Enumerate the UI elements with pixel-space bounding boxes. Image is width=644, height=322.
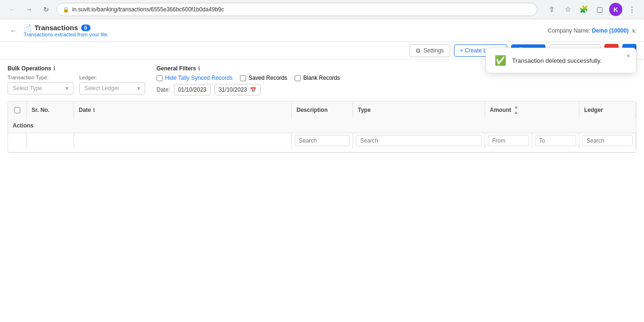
transactions-badge: 0 [81,25,91,31]
top-right-area: Company Name: Demo (10000) k: [548,27,636,34]
main-content: Bulk Operations ℹ Transaction Type: Sele… [0,59,644,159]
search-cell-actions [8,148,27,152]
bulk-operations-label: Bulk Operations ℹ [8,65,145,72]
th-checkbox [8,102,27,119]
transaction-type-field: Transaction Type: Select Type ▾ [8,75,74,94]
menu-icon[interactable]: ⋮ [625,3,638,16]
page-title-area: 📄 Transactions 0 Transactions extracted … [24,24,109,37]
transaction-type-select[interactable]: Select Type ▾ [8,82,74,94]
general-filters-info-icon[interactable]: ℹ [198,66,200,72]
page-back-btn[interactable]: ← [8,25,19,36]
table-header-row: Sr. No. Date ℹ Description Type Amount ▼… [8,102,636,133]
description-search-input[interactable] [295,135,350,146]
chevron-down-icon: ▾ [66,85,68,92]
hide-tally-label: Hide Tally Synced Records [165,75,232,81]
lock-icon: 🔒 [63,7,69,13]
truncated-text: k: [632,28,636,34]
extension-icon[interactable]: 🧩 [577,3,590,16]
page-subtitle: Transactions extracted from your file. [24,32,109,37]
bulk-operations-section: Bulk Operations ℹ Transaction Type: Sele… [8,65,145,94]
search-cell-ledger [579,133,636,148]
company-label: Company Name: Demo (10000) [548,27,628,34]
page-title: Transactions [34,24,78,32]
toast-notification: ✅ Transaction deleted successfully. × [486,48,636,73]
search-cell-date [74,133,292,148]
amount-to-input[interactable] [535,135,577,146]
bulk-operations-info-icon[interactable]: ℹ [53,66,55,72]
browser-chrome: ← → ↻ 🔒 in.suvit.io/banking/transactions… [0,0,644,19]
saved-records-label: Saved Records [248,75,287,81]
th-type: Type [353,102,485,119]
forward-nav-btn[interactable]: → [23,3,36,16]
gear-icon: ⚙ [415,47,421,54]
window-icon[interactable]: ▢ [593,3,606,16]
bookmark-icon[interactable]: ☆ [561,3,574,16]
settings-button[interactable]: ⚙ Settings [409,44,450,57]
chevron-down-icon: ▾ [137,85,140,92]
th-sr-no: Sr. No. [27,102,74,119]
hide-tally-checkbox-group: Hide Tally Synced Records [157,75,232,81]
date-from-input[interactable]: 01/10/2023 [174,84,211,95]
url-text: in.suvit.io/banking/transactions/6555e36… [72,6,224,13]
ledger-label: Ledger: [79,75,145,80]
date-to-input[interactable]: 31/10/2023 📅 [215,84,261,95]
company-name: Demo (10000) [592,27,628,34]
date-label: Date: [157,86,170,93]
th-ledger: Ledger [579,102,636,119]
date-info-icon[interactable]: ℹ [93,107,95,113]
type-search-input[interactable] [356,135,482,146]
share-icon[interactable]: ⇧ [545,3,558,16]
top-bar: ← 📄 Transactions 0 Transactions extracte… [0,19,644,42]
ledger-search-input[interactable] [582,135,633,146]
th-date: Date ℹ [74,102,292,119]
ledger-field: Ledger: Select Ledger ▾ [79,75,145,94]
app-container: ← 📄 Transactions 0 Transactions extracte… [0,19,644,322]
back-nav-btn[interactable]: ← [6,3,19,16]
toast-close-button[interactable]: × [627,52,630,59]
address-bar[interactable]: 🔒 in.suvit.io/banking/transactions/6555e… [57,3,537,16]
hide-tally-checkbox[interactable] [157,75,163,81]
search-cell-sr-no [27,133,74,148]
ledger-select[interactable]: Select Ledger ▾ [79,82,145,94]
search-cell-description [292,133,353,148]
blank-records-label: Blank Records [303,75,340,81]
toast-message: Transaction deleted successfully. [512,57,602,64]
top-left-area: ← 📄 Transactions 0 Transactions extracte… [8,24,109,37]
blank-records-checkbox[interactable] [295,75,301,81]
th-amount: Amount ▼▲ [485,102,579,119]
amount-from-cell [485,133,532,148]
amount-to-cell [532,133,579,148]
select-all-checkbox[interactable] [14,107,20,113]
profile-btn[interactable]: K [609,3,622,16]
search-cell-amount [485,133,579,148]
transactions-icon: 📄 [24,24,32,32]
amount-sort-icons[interactable]: ▼▲ [514,105,518,115]
transaction-type-label: Transaction Type: [8,75,74,80]
success-icon: ✅ [495,55,506,66]
amount-from-input[interactable] [488,135,529,146]
calendar-icon: 📅 [250,87,256,93]
search-cell-checkbox [8,133,27,148]
refresh-btn[interactable]: ↻ [40,3,53,16]
saved-records-checkbox[interactable] [240,75,246,81]
blank-records-checkbox-group: Blank Records [295,75,340,81]
search-cell-type [353,133,485,148]
saved-records-checkbox-group: Saved Records [240,75,287,81]
th-actions: Actions [8,119,27,133]
th-description: Description [292,102,353,119]
table-search-row [8,133,636,153]
transactions-table: Sr. No. Date ℹ Description Type Amount ▼… [8,101,636,153]
